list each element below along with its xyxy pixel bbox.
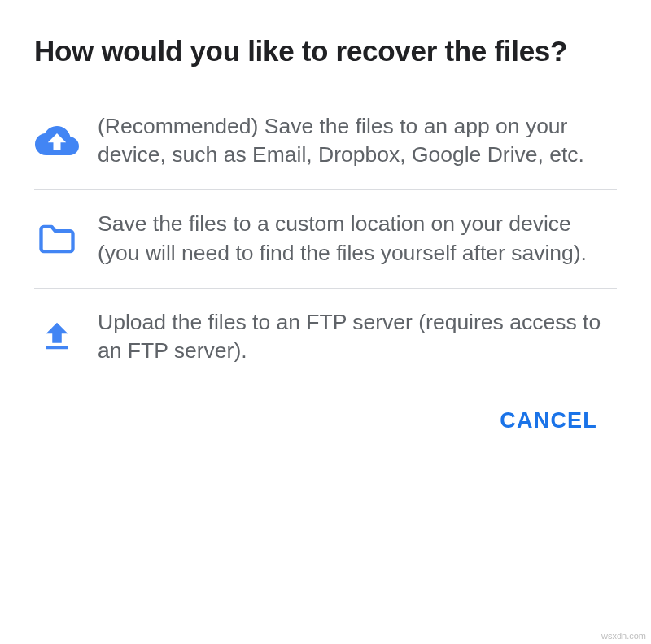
- option-text: Upload the files to an FTP server (requi…: [98, 308, 617, 367]
- options-list: (Recommended) Save the files to an app o…: [34, 93, 617, 386]
- option-upload-ftp[interactable]: Upload the files to an FTP server (requi…: [34, 289, 617, 386]
- option-save-custom-location[interactable]: Save the files to a custom location on y…: [34, 190, 617, 289]
- cloud-upload-icon: [34, 118, 80, 163]
- option-save-to-app[interactable]: (Recommended) Save the files to an app o…: [34, 93, 617, 191]
- recovery-dialog: How would you like to recover the files?…: [0, 0, 651, 466]
- dialog-title: How would you like to recover the files?: [34, 33, 617, 70]
- option-text: (Recommended) Save the files to an app o…: [98, 112, 617, 171]
- watermark-text: wsxdn.com: [601, 631, 646, 641]
- option-text: Save the files to a custom location on y…: [98, 210, 617, 268]
- cancel-button[interactable]: CANCEL: [488, 400, 609, 442]
- upload-arrow-icon: [34, 314, 80, 359]
- dialog-actions: CANCEL: [34, 385, 617, 450]
- folder-icon: [34, 216, 80, 262]
